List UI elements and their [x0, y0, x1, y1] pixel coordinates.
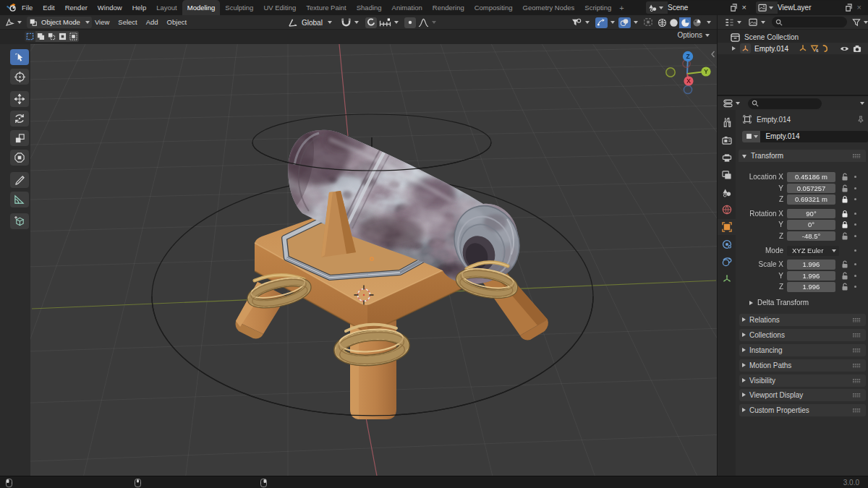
svg-text:X: X: [686, 77, 691, 85]
svg-text:Z: Z: [686, 53, 689, 60]
svg-text:6: 6: [816, 48, 818, 53]
svg-text:Y: Y: [704, 68, 708, 75]
